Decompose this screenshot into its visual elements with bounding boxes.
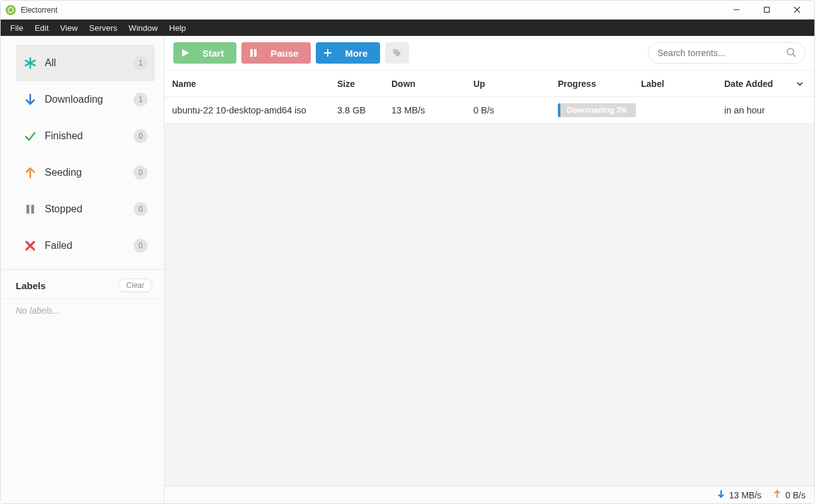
close-button[interactable] xyxy=(788,3,806,17)
progress-bar: Downloading 3% xyxy=(558,103,636,117)
col-up[interactable]: Up xyxy=(473,79,558,89)
svg-rect-16 xyxy=(254,49,257,57)
menu-servers[interactable]: Servers xyxy=(83,21,123,35)
sidebar-filters: All1Downloading1Finished0Seeding0Stopped… xyxy=(1,36,164,269)
status-down-value: 13 MB/s xyxy=(729,490,761,500)
window-controls xyxy=(727,3,809,17)
arrow-down-icon xyxy=(717,490,725,500)
menu-window[interactable]: Window xyxy=(123,21,163,35)
col-date[interactable]: Date Added xyxy=(724,79,787,89)
svg-rect-10 xyxy=(26,205,30,214)
col-size[interactable]: Size xyxy=(337,79,391,89)
cell-up: 0 B/s xyxy=(473,105,558,115)
svg-rect-18 xyxy=(324,52,332,54)
status-down: 13 MB/s xyxy=(717,490,761,500)
main-panel: Start Pause More Name Size xyxy=(165,36,814,503)
torrent-table: Name Size Down Up Progress Label Date Ad… xyxy=(165,71,814,486)
cell-size: 3.8 GB xyxy=(337,105,391,115)
sidebar-item-label: Stopped xyxy=(45,203,134,215)
status-bar: 13 MB/s 0 B/s xyxy=(165,486,814,503)
arrow-up-icon xyxy=(23,166,37,180)
sidebar-item-all[interactable]: All1 xyxy=(16,45,155,81)
plus-icon xyxy=(323,49,332,57)
labels-section: Labels Clear No labels... xyxy=(1,269,164,322)
sidebar-item-count: 1 xyxy=(134,93,147,106)
asterisk-icon xyxy=(23,56,37,70)
check-icon xyxy=(23,129,37,143)
col-label[interactable]: Label xyxy=(641,79,724,89)
col-menu[interactable] xyxy=(787,79,814,88)
menubar: File Edit View Servers Window Help xyxy=(1,20,814,36)
svg-rect-15 xyxy=(250,49,253,57)
start-button[interactable]: Start xyxy=(173,42,236,64)
col-name[interactable]: Name xyxy=(165,79,337,89)
sidebar-item-seeding[interactable]: Seeding0 xyxy=(16,154,155,191)
sidebar-item-downloading[interactable]: Downloading1 xyxy=(16,81,155,118)
svg-rect-2 xyxy=(764,8,769,13)
labels-clear-button[interactable]: Clear xyxy=(118,278,153,292)
cross-icon xyxy=(23,239,37,253)
cell-date: in an hour xyxy=(724,105,787,115)
toolbar: Start Pause More xyxy=(165,36,814,71)
sidebar-item-finished[interactable]: Finished0 xyxy=(16,118,155,154)
svg-point-0 xyxy=(8,8,13,13)
arrow-up-icon xyxy=(773,490,782,500)
sidebar-item-failed[interactable]: Failed0 xyxy=(16,227,155,264)
menu-edit[interactable]: Edit xyxy=(29,21,54,35)
search-input[interactable] xyxy=(657,48,786,58)
app-icon xyxy=(6,5,16,15)
titlebar: Electorrent xyxy=(1,1,814,20)
table-header: Name Size Down Up Progress Label Date Ad… xyxy=(165,71,814,97)
svg-point-19 xyxy=(395,50,396,52)
minimize-button[interactable] xyxy=(727,3,745,17)
cell-progress: Downloading 3% xyxy=(558,103,641,117)
pause-button[interactable]: Pause xyxy=(241,42,311,64)
sidebar-item-stopped[interactable]: Stopped0 xyxy=(16,191,155,227)
sidebar-item-count: 0 xyxy=(134,239,147,253)
search-box[interactable] xyxy=(648,42,806,64)
pause-icon xyxy=(249,49,258,57)
col-down[interactable]: Down xyxy=(391,79,473,89)
sidebar-item-label: All xyxy=(45,57,134,69)
col-progress[interactable]: Progress xyxy=(558,79,641,89)
more-button[interactable]: More xyxy=(316,42,380,64)
menu-file[interactable]: File xyxy=(4,21,29,35)
pause-icon xyxy=(23,202,37,216)
sidebar: All1Downloading1Finished0Seeding0Stopped… xyxy=(1,36,165,503)
tag-icon xyxy=(393,49,402,57)
arrow-down-icon xyxy=(23,93,37,106)
maximize-button[interactable] xyxy=(758,3,775,17)
svg-marker-14 xyxy=(182,49,189,57)
status-up-value: 0 B/s xyxy=(785,490,806,500)
sidebar-item-count: 0 xyxy=(134,202,147,216)
start-button-label: Start xyxy=(202,48,224,59)
table-row[interactable]: ubuntu-22 10-desktop-amd64 iso3.8 GB13 M… xyxy=(165,97,814,123)
labels-empty-text: No labels... xyxy=(16,306,149,316)
sidebar-item-count: 1 xyxy=(134,56,147,70)
more-button-label: More xyxy=(345,48,367,59)
menu-view[interactable]: View xyxy=(54,21,83,35)
status-up: 0 B/s xyxy=(773,490,806,500)
pause-button-label: Pause xyxy=(270,48,298,59)
sidebar-item-label: Finished xyxy=(45,130,134,142)
cell-down: 13 MB/s xyxy=(391,105,473,115)
sidebar-item-label: Downloading xyxy=(45,94,134,105)
sidebar-item-label: Seeding xyxy=(45,167,134,178)
labels-heading: Labels xyxy=(16,280,46,291)
tag-button[interactable] xyxy=(385,42,409,64)
svg-line-21 xyxy=(793,54,795,57)
menu-help[interactable]: Help xyxy=(163,21,192,35)
svg-rect-11 xyxy=(32,205,35,214)
window-title: Electorrent xyxy=(21,6,727,14)
search-icon xyxy=(786,47,796,59)
sidebar-item-label: Failed xyxy=(45,240,134,251)
sidebar-item-count: 0 xyxy=(134,129,147,143)
play-icon xyxy=(181,49,190,57)
sidebar-item-count: 0 xyxy=(134,166,147,180)
svg-point-20 xyxy=(787,49,794,55)
cell-name: ubuntu-22 10-desktop-amd64 iso xyxy=(165,105,337,115)
